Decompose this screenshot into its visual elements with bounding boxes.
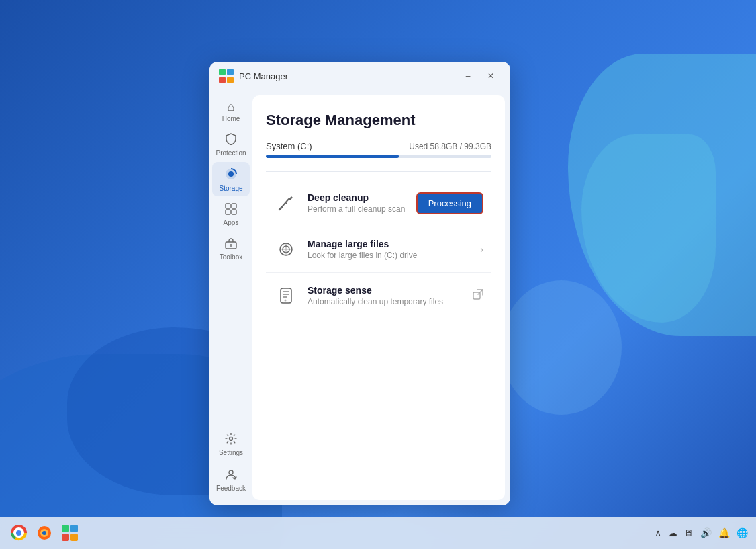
svg-rect-28 <box>70 525 78 532</box>
storage-sense-text: Storage sense Automatically clean up tem… <box>308 285 463 306</box>
storage-icon <box>224 167 238 183</box>
sidebar-label-apps: Apps <box>224 219 239 226</box>
window-controls: – ✕ <box>458 67 501 85</box>
bg-wave-4 <box>581 134 716 323</box>
window-title: PC Manager <box>239 71 458 81</box>
deep-cleanup-title: Deep cleanup <box>308 192 407 203</box>
svg-rect-9 <box>232 210 236 214</box>
apps-icon <box>225 203 237 217</box>
taskbar-cloud-icon[interactable]: ☁ <box>668 527 677 538</box>
sidebar-item-toolbox[interactable]: Toolbox <box>212 232 250 265</box>
manage-files-action: › <box>480 243 483 255</box>
svg-rect-3 <box>227 77 234 83</box>
svg-point-26 <box>42 531 46 535</box>
svg-point-5 <box>228 171 234 177</box>
section-divider <box>266 171 491 172</box>
svg-rect-30 <box>70 534 78 541</box>
sidebar-item-settings[interactable]: Settings <box>212 427 250 460</box>
manage-files-icon <box>274 237 298 261</box>
drive-label: System (C:) <box>266 141 312 151</box>
storage-bar-header: System (C:) Used 58.8GB / 99.3GB <box>266 141 491 151</box>
storage-sense-subtitle: Automatically clean up temporary files <box>308 297 463 306</box>
sidebar: ⌂ Home Protection <box>209 90 252 505</box>
manage-files-title: Manage large files <box>308 239 471 249</box>
sidebar-label-settings: Settings <box>219 449 243 456</box>
external-link-icon <box>473 291 483 302</box>
storage-bar-fill <box>266 155 399 158</box>
storage-bar-track <box>266 155 491 158</box>
toolbox-icon <box>225 237 237 251</box>
storage-sense-card[interactable]: Storage sense Automatically clean up tem… <box>266 273 491 319</box>
main-content: Storage Management System (C:) Used 58.8… <box>252 95 505 500</box>
taskbar-volume-icon[interactable]: 🔊 <box>700 527 712 538</box>
window-body: ⌂ Home Protection <box>209 90 510 505</box>
processing-button[interactable]: Processing <box>416 192 483 214</box>
storage-sense-title: Storage sense <box>308 285 463 296</box>
taskbar-pcmanager[interactable] <box>59 522 81 544</box>
taskbar-globe-icon[interactable]: 🌐 <box>737 527 748 538</box>
deep-cleanup-text: Deep cleanup Perform a full cleanup scan <box>308 192 407 214</box>
protection-icon <box>225 133 237 147</box>
taskbar: ∧ ☁ 🖥 🔊 🔔 🌐 <box>0 517 756 549</box>
svg-point-23 <box>16 530 21 536</box>
taskbar-left <box>8 522 81 544</box>
sidebar-item-apps[interactable]: Apps <box>212 198 250 230</box>
home-icon: ⌂ <box>228 101 235 113</box>
chevron-right-icon: › <box>480 244 483 255</box>
storage-sense-action <box>473 289 483 302</box>
svg-point-12 <box>230 437 233 441</box>
deep-cleanup-icon <box>274 191 298 215</box>
taskbar-right: ∧ ☁ 🖥 🔊 🔔 🌐 <box>655 527 748 538</box>
taskbar-chrome[interactable] <box>8 522 30 544</box>
sidebar-label-feedback: Feedback <box>216 484 246 492</box>
taskbar-bell-icon[interactable]: 🔔 <box>718 527 730 538</box>
sidebar-item-feedback[interactable]: Feedback <box>212 463 250 496</box>
svg-rect-27 <box>62 525 69 532</box>
app-logo <box>219 69 234 83</box>
deep-cleanup-action: Processing <box>416 192 483 214</box>
sidebar-label-storage: Storage <box>219 185 242 192</box>
page-title: Storage Management <box>266 112 491 129</box>
app-window: PC Manager – ✕ ⌂ Home Protection <box>209 62 510 505</box>
sidebar-label-home: Home <box>222 115 240 122</box>
manage-files-text: Manage large files Look for large files … <box>308 239 471 260</box>
svg-rect-0 <box>219 69 226 75</box>
title-bar: PC Manager – ✕ <box>209 62 510 90</box>
sidebar-label-toolbox: Toolbox <box>220 253 242 261</box>
svg-point-20 <box>285 300 287 302</box>
svg-rect-1 <box>227 69 234 75</box>
svg-rect-29 <box>62 534 69 541</box>
storage-usage: Used 58.8GB / 99.3GB <box>409 142 491 151</box>
storage-bar-section: System (C:) Used 58.8GB / 99.3GB <box>266 141 491 158</box>
svg-rect-7 <box>232 204 236 208</box>
close-button[interactable]: ✕ <box>481 67 501 85</box>
sidebar-item-protection[interactable]: Protection <box>212 128 250 161</box>
taskbar-firefox[interactable] <box>34 522 55 544</box>
deep-cleanup-subtitle: Perform a full cleanup scan <box>308 204 407 214</box>
bg-wave-5 <box>501 280 622 415</box>
feedback-icon <box>225 468 237 482</box>
svg-rect-6 <box>226 204 230 208</box>
storage-sense-icon <box>274 284 298 308</box>
svg-rect-8 <box>226 210 230 214</box>
feature-cards: Deep cleanup Perform a full cleanup scan… <box>266 180 491 319</box>
deep-cleanup-card[interactable]: Deep cleanup Perform a full cleanup scan… <box>266 180 491 226</box>
manage-large-files-card[interactable]: Manage large files Look for large files … <box>266 226 491 273</box>
sidebar-item-home[interactable]: ⌂ Home <box>212 95 250 126</box>
taskbar-arrow-icon[interactable]: ∧ <box>655 527 661 538</box>
sidebar-bottom: Settings Feedback <box>212 427 250 497</box>
taskbar-display-icon[interactable]: 🖥 <box>684 527 694 538</box>
svg-rect-2 <box>219 77 226 83</box>
svg-point-13 <box>229 470 233 474</box>
manage-files-subtitle: Look for large files in (C:) drive <box>308 251 471 260</box>
settings-icon <box>225 433 237 447</box>
sidebar-item-storage[interactable]: Storage <box>212 162 250 196</box>
minimize-button[interactable]: – <box>458 67 478 85</box>
sidebar-label-protection: Protection <box>216 149 246 157</box>
